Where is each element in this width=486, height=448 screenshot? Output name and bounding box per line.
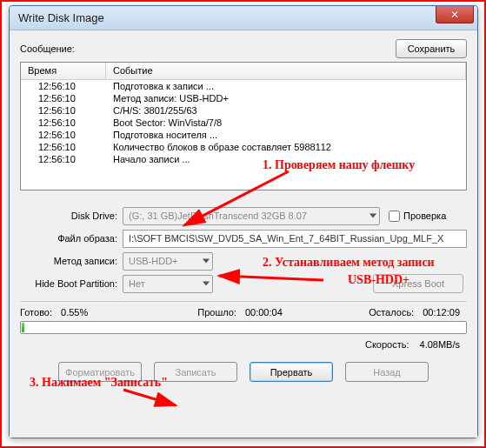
remaining-label: Осталось: (369, 307, 414, 318)
log-row: 12:56:10C/H/S: 3801/255/63 (21, 104, 466, 117)
log-row: 12:56:10Подготовка к записи ... (21, 80, 466, 92)
remaining-value: 00:12:09 (423, 307, 460, 318)
image-file-field[interactable]: I:\SOFT BMCIS\SW_DVD5_SA_Win_Ent_7_64BIT… (123, 230, 467, 248)
titlebar[interactable]: Write Disk Image ✕ (10, 6, 477, 30)
write-button: Записать (154, 362, 237, 382)
disk-drive-label: Disk Drive: (20, 211, 123, 221)
log-row: 12:56:10Количество блоков в образе соста… (21, 141, 466, 153)
chevron-down-icon (369, 214, 376, 218)
elapsed-label: Прошло: (197, 307, 236, 318)
close-button[interactable]: ✕ (436, 6, 474, 23)
progress-fill (22, 323, 24, 332)
save-button[interactable]: Сохранить (396, 39, 467, 58)
speed-value: 4.08MB/s (420, 339, 460, 350)
window: Write Disk Image ✕ Сообщение: Сохранить … (9, 5, 478, 438)
speed-label: Скорость: (365, 339, 409, 350)
elapsed-value: 00:00:04 (245, 307, 283, 318)
hide-boot-label: Hide Boot Partition: (20, 278, 123, 289)
client-area: Сообщение: Сохранить Время Событие 12:56… (10, 30, 477, 438)
message-label: Сообщение: (20, 43, 75, 54)
log-row: 12:56:10Подготовка носителя ... (21, 129, 466, 141)
close-icon: ✕ (450, 9, 459, 21)
chevron-down-icon (203, 259, 210, 264)
format-button: Форматировать (58, 362, 142, 382)
log-header: Время Событие (21, 63, 466, 80)
log-panel: Время Событие 12:56:10Подготовка к запис… (20, 62, 467, 191)
chevron-down-icon (203, 282, 210, 286)
log-body[interactable]: 12:56:10Подготовка к записи ... 12:56:10… (21, 80, 466, 190)
write-method-label: Метод записи: (20, 256, 123, 266)
write-method-combo[interactable]: USB-HDD+ (123, 252, 213, 271)
done-value: 0.55% (61, 307, 88, 318)
verify-checkbox[interactable]: Проверка (389, 211, 446, 222)
done-label: Готово: (20, 307, 52, 318)
verify-check-input[interactable] (389, 211, 400, 222)
abort-button[interactable]: Прервать (250, 362, 333, 382)
col-event-header[interactable]: Событие (106, 63, 466, 79)
log-row: 12:56:10Начало записи ... (21, 153, 466, 165)
button-row: Форматировать Записать Прервать Назад (20, 362, 467, 382)
log-row: 12:56:10Метод записи: USB-HDD+ (21, 92, 466, 104)
log-row: 12:56:10Boot Sector: WinVista/7/8 (21, 117, 466, 129)
back-button: Назад (345, 362, 429, 382)
hide-boot-combo[interactable]: Нет (123, 275, 213, 293)
progress-bar (20, 321, 467, 334)
xpress-boot-button[interactable]: Xpress Boot (373, 274, 463, 293)
disk-drive-combo[interactable]: (G:, 31 GB)JetFlashTranscend 32GB 8.07 (123, 207, 380, 225)
window-title: Write Disk Image (18, 11, 104, 24)
col-time-header[interactable]: Время (21, 63, 106, 79)
image-file-label: Файл образа: (20, 233, 123, 244)
